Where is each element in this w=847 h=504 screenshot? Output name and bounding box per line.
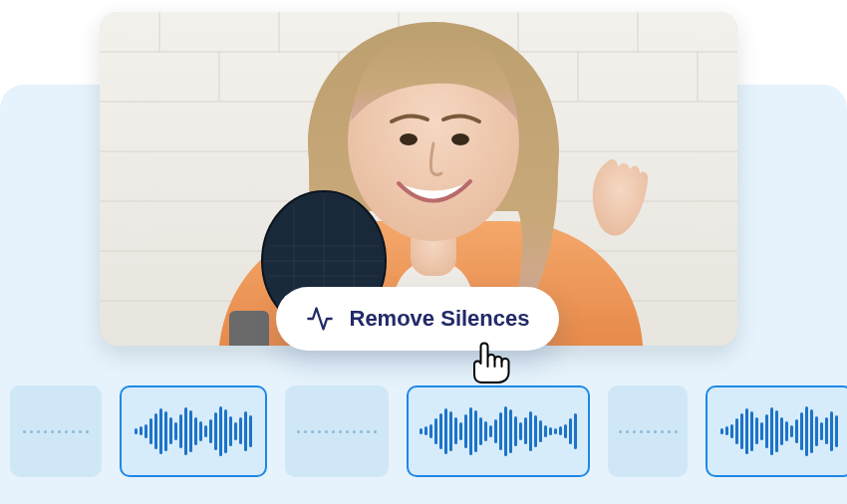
waveform-icon bbox=[23, 430, 89, 433]
timeline-clip-silence[interactable] bbox=[285, 385, 389, 477]
waveform-icon bbox=[135, 406, 252, 456]
timeline-clip-audio[interactable] bbox=[706, 385, 847, 477]
waveform-icon bbox=[297, 430, 377, 433]
timeline-clip-audio[interactable] bbox=[407, 385, 590, 477]
waveform-icon bbox=[420, 406, 577, 456]
timeline-clip-silence[interactable] bbox=[10, 385, 102, 477]
svg-point-20 bbox=[451, 133, 469, 145]
remove-silences-button[interactable]: Remove Silences bbox=[276, 287, 559, 351]
timeline[interactable] bbox=[0, 367, 847, 496]
timeline-clip-silence[interactable] bbox=[608, 385, 688, 477]
remove-silences-label: Remove Silences bbox=[350, 306, 530, 332]
svg-point-19 bbox=[400, 133, 418, 145]
waveform-icon bbox=[619, 430, 678, 433]
svg-rect-29 bbox=[229, 311, 269, 346]
activity-icon bbox=[306, 305, 334, 333]
timeline-clip-audio[interactable] bbox=[120, 385, 267, 477]
waveform-icon bbox=[720, 406, 838, 456]
